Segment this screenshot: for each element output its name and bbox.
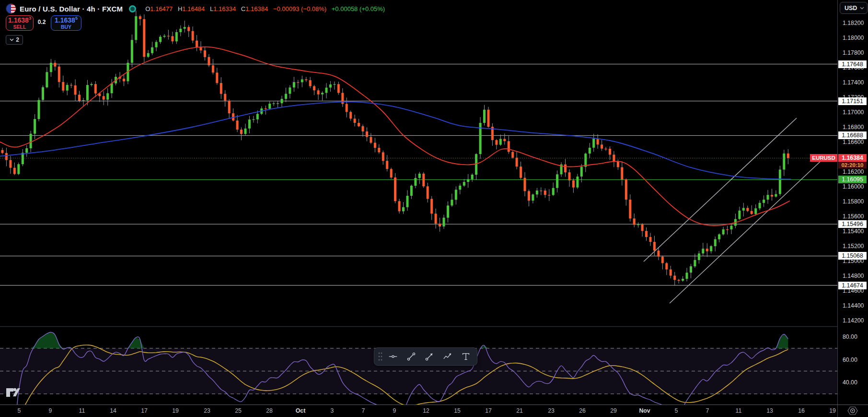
arrow-tool[interactable] xyxy=(420,349,439,364)
price-tick: 1.14400 xyxy=(843,302,864,310)
time-label: 11 xyxy=(728,407,749,414)
legend-collapse-button[interactable]: 2 xyxy=(6,35,23,45)
horizontal-line-tool-icon xyxy=(388,351,398,362)
time-label: 21 xyxy=(509,407,530,414)
rsi-tick: 80.00 xyxy=(843,333,857,341)
text-tool-icon xyxy=(461,351,471,362)
price-tick: 1.15200 xyxy=(843,242,864,250)
buy-button[interactable]: 1.16385 BUY xyxy=(51,15,81,31)
price-tick: 1.17400 xyxy=(843,79,864,86)
time-label: 7 xyxy=(697,407,718,414)
time-label: 17 xyxy=(134,407,155,414)
change-value: −0.00093 (−0.08%) xyxy=(273,5,326,12)
chevron-down-icon xyxy=(860,7,864,10)
last-price-label: 1.16384 xyxy=(838,154,867,162)
price-tick: 1.14800 xyxy=(843,272,864,280)
ohlc-readout: O1.16477 H1.16484 L1.16334 C1.16384 −0.0… xyxy=(142,5,385,12)
drag-handle-icon[interactable] xyxy=(376,351,384,362)
text-tool[interactable] xyxy=(457,349,475,364)
trend-line-tool[interactable] xyxy=(402,349,420,364)
price-tick: 1.18000 xyxy=(843,34,864,42)
open-value: 1.16477 xyxy=(150,5,173,12)
price-tick: 1.17800 xyxy=(843,49,864,57)
time-label: 11 xyxy=(71,407,93,414)
price-tick: 1.15600 xyxy=(843,213,864,220)
price-tick: 1.17000 xyxy=(843,108,864,116)
low-value: 1.16334 xyxy=(213,5,236,12)
rsi-tick: 60.00 xyxy=(843,356,857,364)
tradingview-logo[interactable] xyxy=(6,387,20,400)
floating-toolbar xyxy=(374,347,477,366)
price-level-label: 1.15068 xyxy=(838,252,867,260)
high-value: 1.16484 xyxy=(182,5,205,12)
price-axis-divider xyxy=(837,0,838,417)
currency-selector[interactable]: USD xyxy=(840,2,868,14)
price-tick: 1.16000 xyxy=(843,183,864,191)
chevron-down-icon xyxy=(10,38,14,41)
spread-badge: 0.2 xyxy=(33,19,51,25)
time-label: Nov xyxy=(634,407,655,414)
close-label: C xyxy=(241,5,245,12)
price-tick: 1.15800 xyxy=(843,198,864,205)
polyline-tool-icon xyxy=(442,351,453,362)
price-level-label: 1.17648 xyxy=(838,60,867,68)
time-label: 13 xyxy=(759,407,780,414)
high-label: H xyxy=(178,5,182,12)
price-level-label: 1.17151 xyxy=(838,97,867,105)
close-value: 1.16384 xyxy=(245,5,268,12)
time-label: 9 xyxy=(384,407,405,414)
price-level-label: 1.16095 xyxy=(838,176,867,183)
timezone-icon[interactable] xyxy=(846,406,859,417)
horizontal-line-tool[interactable] xyxy=(384,349,402,364)
time-axis-divider xyxy=(0,405,868,405)
price-level-label: 1.16688 xyxy=(838,131,867,139)
time-label: 19 xyxy=(822,407,843,414)
bar-countdown-label: 02:20:10 xyxy=(838,162,867,168)
price-tick: 1.14200 xyxy=(843,317,864,324)
price-tick: 1.16800 xyxy=(843,123,864,131)
time-label: 19 xyxy=(165,407,186,414)
polyline-tool[interactable] xyxy=(439,349,457,364)
time-label: 3 xyxy=(322,407,343,414)
trading-chart-app: Euro / U.S. Dollar · 4h · FXCM O1.16477 … xyxy=(0,0,868,417)
symbol-title[interactable]: Euro / U.S. Dollar · 4h · FXCM xyxy=(20,5,123,13)
time-label: 12 xyxy=(416,407,437,414)
time-label: 25 xyxy=(228,407,249,414)
price-tick: 1.16200 xyxy=(843,168,864,176)
symbol-price-tag: EURUSD xyxy=(810,154,837,162)
price-tick: 1.18200 xyxy=(843,19,864,27)
market-status-dot[interactable] xyxy=(129,5,136,12)
time-label: 23 xyxy=(197,407,218,414)
time-label: 16 xyxy=(791,407,812,414)
time-label: 7 xyxy=(353,407,374,414)
time-label: Oct xyxy=(290,407,311,414)
time-label: 29 xyxy=(603,407,624,414)
chart-legend: Euro / U.S. Dollar · 4h · FXCM O1.16477 … xyxy=(6,3,385,14)
sell-button[interactable]: 1.16383 SELL xyxy=(6,15,34,31)
rsi-tick: 40.00 xyxy=(843,379,857,386)
symbol-flag-icon xyxy=(6,3,16,14)
open-label: O xyxy=(145,5,150,12)
arrow-tool-icon xyxy=(424,351,435,362)
time-label: 5 xyxy=(9,407,30,414)
price-tick: 1.16600 xyxy=(843,138,864,146)
time-label: 28 xyxy=(259,407,280,414)
trend-line-tool-icon xyxy=(406,351,417,362)
time-label: 5 xyxy=(666,407,687,414)
price-level-label: 1.14674 xyxy=(838,282,867,289)
time-label: 23 xyxy=(541,407,562,414)
time-label: 9 xyxy=(40,407,61,414)
time-label: 15 xyxy=(447,407,468,414)
time-label: 26 xyxy=(572,407,593,414)
chart-canvas[interactable] xyxy=(0,0,837,405)
time-label: 14 xyxy=(103,407,124,414)
change-intraday-value: +0.00058 (+0.05%) xyxy=(332,5,385,12)
price-level-label: 1.15496 xyxy=(838,220,867,228)
time-label: 17 xyxy=(478,407,499,414)
price-tick: 1.15400 xyxy=(843,227,864,235)
